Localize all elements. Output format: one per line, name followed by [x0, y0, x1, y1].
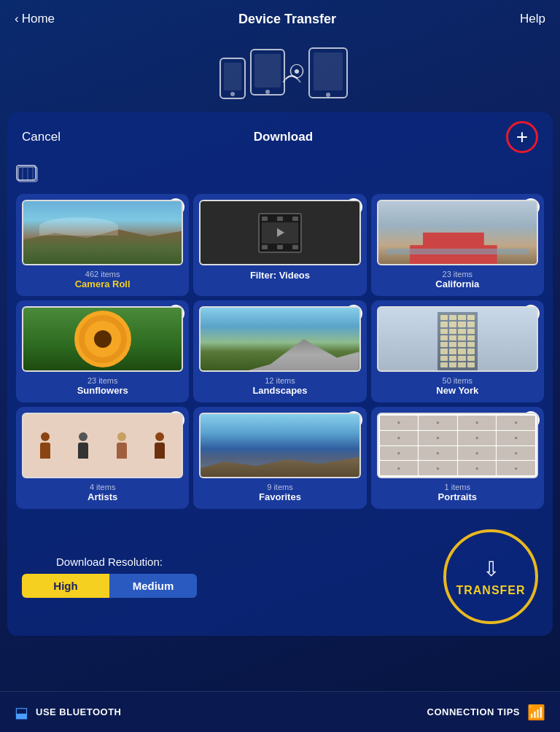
svg-rect-1 — [224, 63, 241, 90]
portraits-name: Portraits — [438, 491, 477, 502]
device-transfer-illustration: ⦿ — [0, 38, 560, 112]
thumbnail-favorites — [199, 413, 360, 478]
transfer-button-wrap: ⇩ TRANSFER — [443, 529, 538, 624]
camera-roll-name: Camera Roll — [75, 279, 131, 289]
thumbnail-sunflowers — [22, 306, 183, 372]
thumbnail-filter-videos — [199, 200, 360, 265]
svg-point-2 — [230, 92, 235, 96]
bluetooth-section[interactable]: ⬓ USE BLUETOOTH — [15, 704, 122, 721]
svg-point-9 — [326, 93, 330, 97]
devices-svg: ⦿ — [207, 42, 353, 108]
select-all-icon[interactable] — [16, 165, 36, 181]
transfer-download-icon: ⇩ — [483, 557, 499, 581]
grid-item-new-york[interactable]: ✓ 50 items New York — [371, 300, 544, 402]
help-button[interactable]: Help — [520, 12, 545, 26]
favorites-count: 9 items — [267, 483, 292, 491]
grid-item-portraits[interactable]: ✓ 1 items Portraits — [371, 407, 544, 509]
resolution-toggle[interactable]: High Medium — [22, 574, 197, 598]
svg-rect-4 — [254, 54, 281, 87]
connection-tips-label: CONNECTION TIPS — [427, 706, 520, 717]
thumbnail-landscapes — [199, 306, 360, 372]
resolution-group: Download Resolution: High Medium — [22, 556, 197, 598]
cancel-button[interactable]: Cancel — [22, 130, 61, 144]
thumbnail-portraits — [377, 413, 538, 478]
transfer-button[interactable]: ⇩ TRANSFER — [443, 529, 538, 624]
portraits-count: 1 items — [445, 483, 470, 491]
california-count: 23 items — [443, 270, 473, 279]
thumbnail-new-york — [377, 306, 538, 372]
sunflowers-name: Sunflowers — [77, 385, 128, 396]
landscapes-name: Landscapes — [252, 385, 307, 396]
grid-item-camera-roll[interactable]: ✓ 462 items Camera Roll — [16, 194, 189, 296]
grid-item-filter-videos[interactable]: ✓ — [193, 194, 366, 296]
transfer-label: TRANSFER — [456, 584, 525, 597]
grid-item-artists[interactable]: ✓ 4 items Artists — [16, 407, 189, 509]
thumbnail-artists — [22, 413, 183, 478]
main-panel: Cancel Download + ✓ 462 items Camera Rol… — [7, 112, 553, 636]
grid-item-sunflowers[interactable]: ✓ 23 items Sunflowers — [16, 300, 189, 402]
new-york-name: New York — [436, 385, 478, 396]
landscapes-count: 12 items — [265, 376, 295, 385]
new-york-count: 50 items — [443, 376, 473, 385]
grid-item-favorites[interactable]: ✓ 9 items Favorites — [193, 407, 366, 509]
svg-point-5 — [265, 90, 270, 94]
back-label[interactable]: Home — [22, 12, 55, 26]
grid-item-california[interactable]: ✓ 23 items California — [371, 194, 544, 296]
back-chevron-icon: ‹ — [15, 12, 19, 26]
sunflowers-count: 23 items — [88, 376, 118, 385]
app-header: ‹ Home Device Transfer Help — [0, 0, 560, 38]
bluetooth-icon: ⬓ — [15, 704, 28, 721]
artists-name: Artists — [88, 491, 117, 502]
resolution-high[interactable]: High — [22, 574, 109, 598]
wifi-icon: 📶 — [527, 704, 545, 721]
filter-videos-name: Filter: Videos — [250, 270, 310, 281]
select-all-row — [7, 162, 553, 191]
back-button[interactable]: ‹ Home — [15, 12, 55, 26]
thumbnail-california — [377, 200, 538, 265]
resolution-medium[interactable]: Medium — [109, 574, 197, 598]
page-title: Device Transfer — [238, 12, 336, 27]
california-name: California — [435, 279, 479, 289]
resolution-label: Download Resolution: — [22, 556, 197, 568]
camera-roll-count: 462 items — [85, 270, 120, 279]
thumbnail-camera-roll — [22, 200, 183, 265]
svg-marker-14 — [277, 228, 284, 237]
albums-grid: ✓ 462 items Camera Roll ✓ — [7, 191, 553, 518]
add-button[interactable]: + — [506, 121, 538, 153]
bluetooth-label: USE BLUETOOTH — [36, 706, 122, 717]
svg-rect-8 — [314, 52, 343, 90]
download-section: Download Resolution: High Medium ⇩ TRANS… — [7, 518, 553, 636]
connection-tips-section[interactable]: CONNECTION TIPS 📶 — [427, 704, 545, 721]
bottom-bar: ⬓ USE BLUETOOTH CONNECTION TIPS 📶 — [0, 691, 560, 732]
artists-count: 4 items — [90, 483, 115, 491]
grid-item-landscapes[interactable]: ✓ 12 items Landscapes — [193, 300, 366, 402]
favorites-name: Favorites — [259, 491, 301, 502]
action-bar: Cancel Download + — [7, 112, 553, 162]
download-button[interactable]: Download — [254, 130, 313, 144]
